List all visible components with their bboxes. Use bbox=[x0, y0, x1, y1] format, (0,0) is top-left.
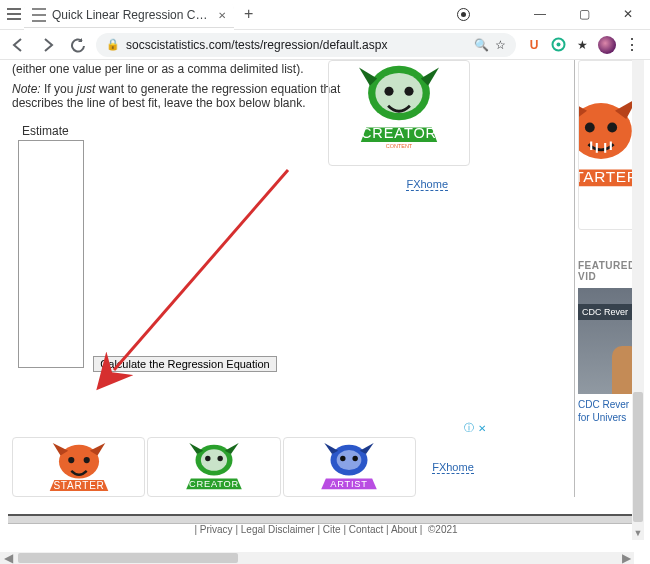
note-text: Note: If you just want to generate the r… bbox=[10, 76, 380, 110]
url-text: socscistatistics.com/tests/regression/de… bbox=[126, 38, 387, 52]
ad-info-controls: ⓘ ✕ bbox=[464, 421, 486, 435]
creator-sub-text: CONTENT bbox=[386, 143, 413, 149]
nav-back-button[interactable] bbox=[6, 33, 30, 57]
creator-mascot-small-icon: CREATOR bbox=[164, 440, 264, 494]
note-em: just bbox=[77, 82, 96, 96]
browser-titlebar: Quick Linear Regression Calculat ✕ + — ▢… bbox=[0, 0, 650, 30]
main-content: (either one value per line or as a comma… bbox=[10, 60, 566, 497]
horizontal-scrollbar[interactable]: ◀ ▶ bbox=[0, 552, 634, 564]
svg-point-19 bbox=[607, 123, 617, 133]
estimate-label: Estimate bbox=[22, 124, 566, 138]
nav-reload-button[interactable] bbox=[66, 33, 90, 57]
estimate-input[interactable] bbox=[18, 140, 84, 368]
ad-card-top[interactable]: CREATOR CONTENT bbox=[328, 60, 470, 166]
note-label: Note: bbox=[12, 82, 41, 96]
browser-menu-icon[interactable]: ⋮ bbox=[624, 37, 640, 53]
window-maximize-button[interactable]: ▢ bbox=[562, 0, 606, 28]
starter-banner-large-text: STARTER bbox=[578, 168, 639, 185]
fxhome-link-bottom[interactable]: FXhome bbox=[432, 461, 474, 474]
svg-point-12 bbox=[217, 456, 222, 461]
scroll-left-icon[interactable]: ◀ bbox=[0, 552, 16, 564]
calculate-regression-button[interactable]: Calculate the Regression Equation bbox=[93, 356, 276, 372]
extension-u-icon[interactable]: U bbox=[526, 37, 542, 53]
window-controls: — ▢ ✕ bbox=[518, 0, 650, 28]
artist-banner-text: ARTIST bbox=[331, 479, 368, 489]
bookmark-star-icon[interactable]: ☆ bbox=[495, 38, 506, 52]
ad-cell-creator[interactable]: CREATOR bbox=[147, 437, 280, 497]
vertical-scroll-thumb[interactable] bbox=[633, 392, 643, 522]
page-viewport: (either one value per line or as a comma… bbox=[0, 60, 650, 552]
svg-point-14 bbox=[337, 450, 362, 470]
creator-banner-text: CREATOR bbox=[361, 125, 437, 141]
content-divider bbox=[574, 60, 575, 497]
creator-mascot-icon: CREATOR CONTENT bbox=[339, 60, 459, 153]
starter-banner-text: STARTER bbox=[53, 480, 104, 491]
sep: | bbox=[383, 524, 391, 535]
address-bar[interactable]: 🔒 socscistatistics.com/tests/regression/… bbox=[96, 33, 516, 57]
footer-link-about[interactable]: About bbox=[391, 524, 417, 535]
page-body: (either one value per line or as a comma… bbox=[8, 60, 644, 552]
sep: | bbox=[417, 524, 425, 535]
footer-link-legal[interactable]: Legal Disclaimer bbox=[241, 524, 315, 535]
starter-mascot-icon: STARTER bbox=[29, 440, 129, 494]
window-close-button[interactable]: ✕ bbox=[606, 0, 650, 28]
browser-tab-active[interactable]: Quick Linear Regression Calculat ✕ bbox=[24, 2, 234, 30]
ad-row-link: FXhome bbox=[418, 437, 488, 497]
footer-link-privacy[interactable]: Privacy bbox=[200, 524, 233, 535]
vertical-scrollbar[interactable]: ▼ bbox=[632, 60, 644, 540]
ad-cell-artist[interactable]: ARTIST bbox=[283, 437, 416, 497]
svg-point-4 bbox=[384, 87, 393, 96]
svg-point-15 bbox=[340, 456, 345, 461]
lock-icon: 🔒 bbox=[106, 38, 120, 51]
profile-avatar[interactable] bbox=[598, 36, 616, 54]
footer-copyright: ©2021 bbox=[428, 524, 458, 535]
zoom-icon[interactable]: 🔍 bbox=[474, 38, 489, 52]
extension-circle-icon[interactable] bbox=[550, 37, 566, 53]
app-menu-icon[interactable] bbox=[0, 0, 22, 28]
footer-separator bbox=[8, 514, 644, 524]
svg-point-11 bbox=[205, 456, 210, 461]
creator-banner-small-text: CREATOR bbox=[189, 479, 239, 489]
svg-point-5 bbox=[404, 87, 413, 96]
page-footer: | Privacy | Legal Disclaimer | Cite | Co… bbox=[8, 524, 644, 540]
ad-row-bottom: STARTER CREATOR bbox=[12, 437, 488, 497]
svg-point-8 bbox=[83, 457, 89, 463]
sep: | bbox=[315, 524, 323, 535]
svg-point-7 bbox=[68, 457, 74, 463]
window-minimize-button[interactable]: — bbox=[518, 0, 562, 28]
svg-point-3 bbox=[375, 73, 422, 113]
intro-text-trail: (either one value per line or as a comma… bbox=[10, 60, 380, 76]
ad-info-icon[interactable]: ⓘ bbox=[464, 421, 474, 435]
artist-mascot-icon: ARTIST bbox=[299, 440, 399, 494]
svg-point-18 bbox=[585, 123, 595, 133]
svg-point-10 bbox=[201, 449, 227, 471]
new-tab-button[interactable]: + bbox=[244, 6, 253, 22]
ad-close-icon[interactable]: ✕ bbox=[478, 423, 486, 434]
nav-forward-button[interactable] bbox=[36, 33, 60, 57]
tab-title: Quick Linear Regression Calculat bbox=[52, 8, 212, 22]
tab-favicon-icon bbox=[32, 8, 46, 22]
note-part1: If you bbox=[41, 82, 77, 96]
fxhome-link-top[interactable]: FXhome bbox=[406, 178, 448, 191]
svg-point-16 bbox=[353, 456, 358, 461]
extensions-puzzle-icon[interactable]: ★ bbox=[574, 37, 590, 53]
horizontal-scroll-thumb[interactable] bbox=[18, 553, 238, 563]
ad-cell-starter[interactable]: STARTER bbox=[12, 437, 145, 497]
sep: | bbox=[341, 524, 349, 535]
scroll-right-icon[interactable]: ▶ bbox=[618, 552, 634, 564]
svg-point-1 bbox=[556, 43, 560, 47]
extensions-area: U ★ ⋮ bbox=[526, 36, 640, 54]
footer-link-contact[interactable]: Contact bbox=[349, 524, 383, 535]
scroll-down-icon[interactable]: ▼ bbox=[632, 528, 644, 538]
sep: | bbox=[233, 524, 241, 535]
tab-close-icon[interactable]: ✕ bbox=[218, 10, 226, 21]
recording-indicator-icon bbox=[457, 8, 470, 21]
footer-link-cite[interactable]: Cite bbox=[323, 524, 341, 535]
browser-toolbar: 🔒 socscistatistics.com/tests/regression/… bbox=[0, 30, 650, 60]
